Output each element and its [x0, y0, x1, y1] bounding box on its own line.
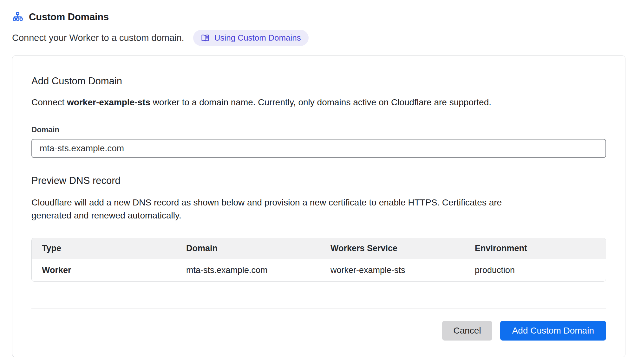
open-book-icon	[201, 34, 210, 42]
add-custom-domain-card: Add Custom Domain Connect worker-example…	[12, 55, 625, 357]
table-row: Worker mta-sts.example.com worker-exampl…	[32, 259, 606, 281]
cell-environment: production	[465, 265, 606, 275]
preview-dns-heading: Preview DNS record	[31, 175, 606, 186]
preview-dns-description: Cloudflare will add a new DNS record as …	[31, 196, 510, 222]
page-subheader: Connect your Worker to a custom domain. …	[12, 30, 622, 46]
column-header-environment: Environment	[465, 244, 606, 253]
page-title: Custom Domains	[29, 11, 109, 23]
column-header-domain: Domain	[176, 244, 320, 253]
docs-link-badge[interactable]: Using Custom Domains	[193, 30, 309, 46]
docs-link-label: Using Custom Domains	[214, 33, 301, 43]
domain-input[interactable]	[31, 139, 606, 158]
card-description-prefix: Connect	[31, 97, 67, 107]
domain-field-label: Domain	[31, 125, 606, 134]
card-actions: Cancel Add Custom Domain	[31, 321, 606, 341]
custom-domains-page: Custom Domains Connect your Worker to a …	[0, 0, 634, 357]
card-description-suffix: worker to a domain name. Currently, only…	[150, 97, 491, 107]
cell-domain: mta-sts.example.com	[176, 265, 320, 275]
page-header: Custom Domains	[12, 10, 622, 25]
dns-preview-table: Type Domain Workers Service Environment …	[31, 238, 606, 282]
column-header-workers-service: Workers Service	[320, 244, 465, 253]
domain-field-group: Domain	[31, 125, 606, 158]
table-header-row: Type Domain Workers Service Environment	[32, 238, 606, 259]
worker-name: worker-example-sts	[67, 97, 150, 107]
column-header-type: Type	[32, 244, 176, 253]
cell-workers-service: worker-example-sts	[320, 265, 465, 275]
footer-divider	[31, 309, 606, 309]
card-description: Connect worker-example-sts worker to a d…	[31, 97, 606, 107]
page-subtitle: Connect your Worker to a custom domain.	[12, 33, 184, 43]
card-heading: Add Custom Domain	[31, 75, 606, 87]
add-custom-domain-button[interactable]: Add Custom Domain	[500, 321, 606, 341]
sitemap-icon	[12, 11, 23, 23]
cancel-button[interactable]: Cancel	[442, 321, 492, 341]
cell-type: Worker	[32, 265, 176, 275]
